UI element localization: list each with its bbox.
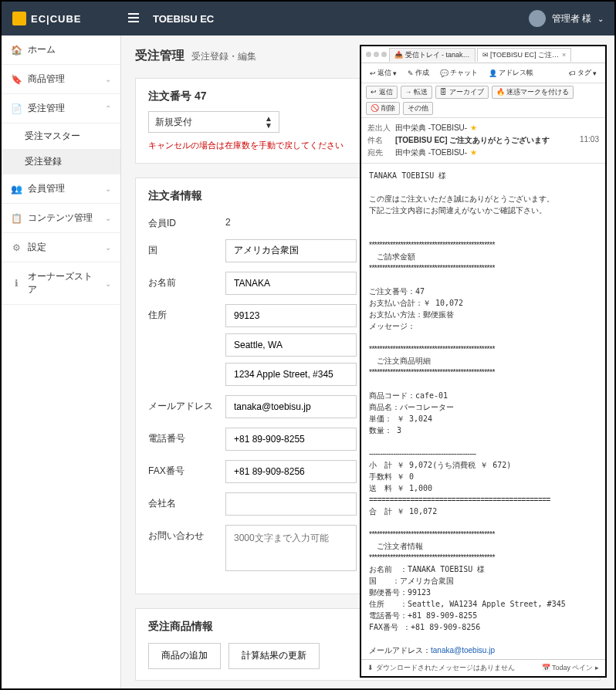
sidebar-label: ホーム <box>28 43 105 56</box>
fax-label: FAX番号 <box>148 460 225 478</box>
zip-input[interactable] <box>225 304 357 327</box>
sidebar-icon: 👥 <box>11 184 22 194</box>
tag-button[interactable]: 🏷タグ▾ <box>565 66 601 80</box>
user-name: 管理者 様 <box>552 12 591 25</box>
reply-pill[interactable]: ↩ 返信 <box>366 86 398 99</box>
order-status-select[interactable]: 新規受付 ▲▼ <box>148 111 279 133</box>
name-input[interactable] <box>225 272 357 295</box>
company-input[interactable] <box>225 492 357 516</box>
sidebar-item[interactable]: 📋コンテンツ管理⌄ <box>2 204 120 233</box>
select-arrows-icon: ▲▼ <box>265 115 272 129</box>
archive-pill[interactable]: 🗄 アーカイブ <box>435 86 489 99</box>
other-pill[interactable]: その他 <box>403 102 433 115</box>
forward-pill[interactable]: → 転送 <box>401 86 433 99</box>
chevron-icon: ⌄ <box>105 214 111 222</box>
from-label: 差出人 <box>367 123 395 134</box>
tab-inbox[interactable]: 📥 受信トレイ - tanak… <box>389 48 476 62</box>
chat-button[interactable]: 💬チャット <box>436 66 482 80</box>
sidebar-icon: 🏠 <box>11 45 22 56</box>
sidebar-label: 会員管理 <box>28 182 99 195</box>
download-status: ⬇ ダウンロードされたメッセージはありません <box>367 663 515 673</box>
country-input[interactable] <box>225 239 357 262</box>
email-client-window: 📥 受信トレイ - tanak… ✉ [TOEBISU EC] ご注…× ↩返信… <box>360 45 607 678</box>
cancel-note: キャンセルの場合は在庫数を手動で戻してください <box>148 139 349 152</box>
chevron-icon: ⌃ <box>105 104 111 113</box>
name-label: お名前 <box>148 272 225 289</box>
email-body: TANAKA TOEBISU 様 この度はご注文いただき誠にありがとうございます… <box>361 164 605 659</box>
window-control-icon[interactable] <box>374 52 379 57</box>
sidebar-icon: ⚙ <box>11 242 22 253</box>
site-title: TOEBISU EC <box>153 13 529 25</box>
reply-button[interactable]: ↩返信▾ <box>366 66 401 80</box>
address-button[interactable]: 👤アドレス帳 <box>485 66 537 80</box>
hamburger-icon[interactable] <box>127 11 140 27</box>
country-label: 国 <box>148 239 225 257</box>
sidebar-label: 商品管理 <box>28 73 99 86</box>
sidebar-sub-item[interactable]: 受注登録 <box>2 149 120 174</box>
sidebar-icon: 📄 <box>11 103 22 114</box>
sidebar-item[interactable]: 🔖商品管理⌄ <box>2 65 120 94</box>
add-product-button[interactable]: 商品の追加 <box>148 643 221 669</box>
address-label: 住所 <box>148 304 225 322</box>
junk-pill[interactable]: 🔥 迷惑マークを付ける <box>492 86 574 99</box>
sidebar-item[interactable]: 🏠ホーム <box>2 36 120 65</box>
chevron-down-icon: ⌄ <box>597 15 604 23</box>
tab-message[interactable]: ✉ [TOEBISU EC] ご注…× <box>477 48 572 62</box>
sidebar-item[interactable]: 📄受注管理⌃ <box>2 94 120 123</box>
email-input[interactable] <box>225 395 357 418</box>
logo-text: EC|CUBE <box>31 13 82 25</box>
star-icon[interactable]: ★ <box>470 123 477 132</box>
subject-label: 件名 <box>367 135 395 146</box>
to-value: 田中栄典 -TOEBISU-★ <box>395 147 599 158</box>
window-control-icon[interactable] <box>381 52 387 57</box>
sidebar-item[interactable]: 👥会員管理⌄ <box>2 174 120 204</box>
sidebar-icon: 📋 <box>11 213 22 224</box>
tel-input[interactable] <box>225 428 357 451</box>
chevron-icon: ⌄ <box>105 184 111 193</box>
sidebar-label: コンテンツ管理 <box>28 211 99 225</box>
sidebar-icon: 🔖 <box>11 74 22 85</box>
subject-value: [TOEBISU EC] ご注文ありがとうございます <box>395 135 580 146</box>
chevron-icon: ⌄ <box>105 75 111 83</box>
chevron-icon: ⌄ <box>105 279 111 288</box>
avatar-icon <box>529 10 546 27</box>
sidebar-label: 設定 <box>28 241 99 254</box>
star-icon[interactable]: ★ <box>470 148 477 157</box>
sidebar-item[interactable]: ℹオーナーズストア⌄ <box>2 262 120 305</box>
inquiry-textarea[interactable] <box>225 525 357 571</box>
member-id-label: 会員ID <box>148 212 225 230</box>
user-menu[interactable]: 管理者 様 ⌄ <box>529 10 604 27</box>
recalc-button[interactable]: 計算結果の更新 <box>228 643 320 669</box>
sidebar-label: オーナーズストア <box>28 270 99 296</box>
sidebar-sub-item[interactable]: 受注マスター <box>2 123 120 149</box>
today-pane-toggle[interactable]: 📅 Today ペイン ▸ <box>542 663 599 673</box>
from-value: 田中栄典 -TOEBISU-★ <box>395 123 599 134</box>
fax-input[interactable] <box>225 460 357 483</box>
sidebar-icon: ℹ <box>11 278 22 289</box>
compose-button[interactable]: ✎作成 <box>404 66 433 80</box>
to-label: 宛先 <box>367 147 395 158</box>
window-control-icon[interactable] <box>366 52 371 57</box>
mail-time: 11:03 <box>580 135 599 146</box>
sidebar: 🏠ホーム🔖商品管理⌄📄受注管理⌃受注マスター受注登録👥会員管理⌄📋コンテンツ管理… <box>2 36 121 688</box>
logo: EC|CUBE <box>12 12 120 25</box>
city-input[interactable] <box>225 333 357 357</box>
logo-icon <box>12 12 26 25</box>
email-label: メールアドレス <box>148 395 225 413</box>
company-label: 会社名 <box>148 492 225 510</box>
street-input[interactable] <box>225 363 357 386</box>
sidebar-label: 受注管理 <box>28 102 99 115</box>
sidebar-item[interactable]: ⚙設定⌄ <box>2 233 120 262</box>
inquiry-label: お問い合わせ <box>148 525 225 543</box>
close-icon[interactable]: × <box>562 51 566 59</box>
chevron-icon: ⌄ <box>105 243 111 252</box>
tel-label: 電話番号 <box>148 428 225 445</box>
delete-pill[interactable]: 🚫 削除 <box>366 102 400 115</box>
